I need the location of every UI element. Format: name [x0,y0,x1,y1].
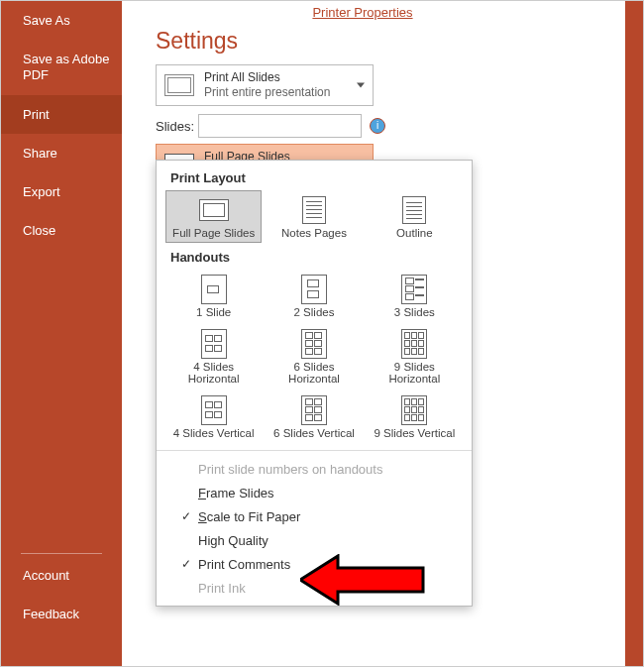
option-label: 6 Slides Vertical [273,427,355,439]
menu-scale-to-fit-paper[interactable]: ✓Scale to Fit Paper [166,504,462,528]
svg-marker-0 [300,556,423,604]
print-what-title: Print All Slides [204,70,330,85]
option-6-slides-horizontal[interactable]: 6 Slides Horizontal [267,325,361,388]
handouts-section: Handouts [170,250,462,265]
option-label: 6 Slides Horizontal [288,361,340,385]
sidebar-item-print[interactable]: Print [1,95,122,134]
option-label: Outline [396,227,432,239]
print-what-dropdown[interactable]: Print All Slides Print entire presentati… [156,64,374,106]
slides-label: Slides: [156,119,194,134]
option-9-slides-horizontal[interactable]: 9 Slides Horizontal [368,325,462,388]
separator [157,450,472,451]
powerpoint-print-backstage: Save As Save as Adobe PDF Print Share Ex… [0,0,644,667]
backstage-sidebar: Save As Save as Adobe PDF Print Share Ex… [1,1,122,666]
option-notes-pages[interactable]: Notes Pages [267,191,361,242]
option-label: 9 Slides Horizontal [388,361,440,385]
handout-6v-icon [301,395,327,425]
option-label: 1 Slide [196,306,231,318]
option-9-slides-vertical[interactable]: 9 Slides Vertical [368,391,462,442]
sidebar-item-close[interactable]: Close [1,211,122,250]
sidebar-item-feedback[interactable]: Feedback [1,595,122,633]
notes-pages-icon [302,196,326,224]
slides-stack-icon [164,74,194,96]
sidebar-item-export[interactable]: Export [1,172,122,211]
option-label: 9 Slides Vertical [374,427,455,439]
sidebar-item-share[interactable]: Share [1,134,122,172]
option-label: 4 Slides Horizontal [188,361,240,385]
handout-9v-icon [401,395,427,425]
option-1-slide[interactable]: 1 Slide [166,271,261,321]
menu-print-slide-numbers: Print slide numbers on handouts [166,457,462,481]
option-4-slides-vertical[interactable]: 4 Slides Vertical [166,391,261,442]
menu-high-quality[interactable]: High Quality [166,528,462,552]
check-icon: ✓ [178,509,194,523]
printer-properties-link[interactable]: Printer Properties [122,5,643,20]
menu-label: Scale to Fit Paper [198,509,300,524]
print-layout-section: Print Layout [170,170,462,185]
handout-9h-icon [401,329,427,359]
sidebar-item-account[interactable]: Account [1,556,122,595]
layout-dropdown-popup: Print Layout Full Page Slides Notes Page… [156,160,473,607]
handout-1-icon [201,275,227,304]
sidebar-item-save-as-adobe-pdf[interactable]: Save as Adobe PDF [1,40,122,95]
sidebar-item-save-as[interactable]: Save As [1,1,122,40]
option-outline[interactable]: Outline [368,191,462,242]
slide-preview-edge [625,1,643,666]
option-3-slides[interactable]: 3 Slides [368,271,462,321]
full-page-icon [199,199,229,221]
menu-frame-slides[interactable]: Frame Slides [166,481,462,504]
handout-4h-icon [201,329,227,359]
option-full-page-slides[interactable]: Full Page Slides [165,190,262,243]
menu-label: Print Ink [198,581,246,596]
menu-label: Frame Slides [198,486,274,500]
handout-3-icon [401,275,427,304]
option-4-slides-horizontal[interactable]: 4 Slides Horizontal [166,325,261,388]
menu-label: Print Comments [198,557,290,572]
handout-2-icon [301,275,327,304]
option-2-slides[interactable]: 2 Slides [267,271,361,321]
sidebar-divider [21,553,102,554]
annotation-arrow-icon [300,554,429,606]
outline-icon [402,196,426,224]
settings-heading: Settings [156,28,643,55]
handout-4v-icon [201,395,227,425]
option-label: Notes Pages [281,227,347,239]
chevron-down-icon [357,83,365,88]
info-icon[interactable]: i [370,118,385,134]
menu-label: Print slide numbers on handouts [198,462,382,477]
check-icon: ✓ [178,557,194,571]
option-label: 2 Slides [294,306,335,318]
print-what-subtitle: Print entire presentation [204,85,330,100]
handout-6h-icon [301,329,327,359]
option-label: 3 Slides [394,306,435,318]
option-label: Full Page Slides [172,227,255,239]
slides-range-input[interactable] [198,114,362,138]
option-label: 4 Slides Vertical [173,427,255,439]
option-6-slides-vertical[interactable]: 6 Slides Vertical [267,391,361,442]
menu-label: High Quality [198,533,268,548]
